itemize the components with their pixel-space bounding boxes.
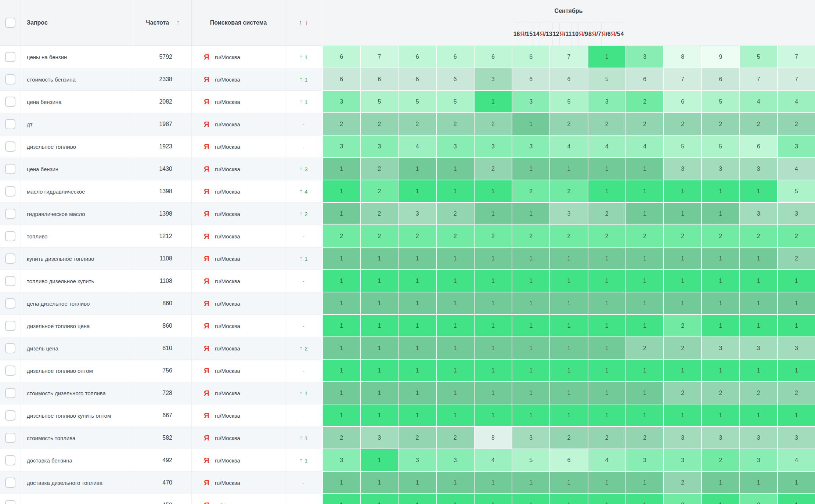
position-cell[interactable]: 1 <box>664 203 702 225</box>
position-cell[interactable]: 2 <box>323 427 361 449</box>
position-cell[interactable]: 6 <box>550 68 588 91</box>
position-cell[interactable]: 1 <box>437 180 475 203</box>
position-cell[interactable]: 1 <box>361 404 399 427</box>
position-cell[interactable]: 4 <box>778 158 815 180</box>
position-cell[interactable]: 3 <box>702 337 740 360</box>
position-cell[interactable]: 3 <box>512 136 550 158</box>
position-cell[interactable]: 4 <box>550 136 588 158</box>
query-cell[interactable]: гидравлическое масло <box>21 203 134 225</box>
position-cell[interactable]: 3 <box>437 136 475 158</box>
query-cell[interactable]: цена бензина <box>21 91 134 113</box>
position-cell[interactable]: 7 <box>778 46 815 68</box>
position-cell[interactable]: 3 <box>664 158 702 180</box>
position-cell[interactable]: 1 <box>361 270 399 292</box>
position-cell[interactable]: 1 <box>702 248 740 270</box>
position-cell[interactable]: 3 <box>702 158 740 180</box>
position-cell[interactable]: 3 <box>323 91 361 113</box>
position-cell[interactable]: 1 <box>626 472 664 494</box>
position-cell[interactable]: 5 <box>399 91 436 113</box>
position-cell[interactable]: 2 <box>550 225 588 248</box>
position-cell[interactable]: 3 <box>664 449 702 472</box>
position-cell[interactable]: 2 <box>437 427 475 449</box>
position-cell[interactable]: 3 <box>740 449 778 472</box>
position-cell[interactable]: 1 <box>512 270 550 292</box>
position-cell[interactable]: 1 <box>626 494 664 504</box>
position-cell[interactable]: 1 <box>437 158 475 180</box>
position-cell[interactable]: 1 <box>323 494 361 504</box>
position-cell[interactable]: 1 <box>626 248 664 270</box>
position-cell[interactable]: 1 <box>588 315 626 337</box>
position-cell[interactable]: 5 <box>588 68 626 91</box>
position-cell[interactable]: 1 <box>323 270 361 292</box>
position-cell[interactable]: 1 <box>740 270 778 292</box>
position-cell[interactable]: 2 <box>664 494 702 504</box>
position-cell[interactable]: 1 <box>512 248 550 270</box>
position-cell[interactable]: 2 <box>588 203 626 225</box>
position-cell[interactable]: 4 <box>588 136 626 158</box>
position-cell[interactable]: 1 <box>626 360 664 382</box>
position-cell[interactable]: 2 <box>740 382 778 404</box>
position-cell[interactable]: 1 <box>399 180 436 203</box>
position-cell[interactable]: 1 <box>361 494 399 504</box>
column-header-frequency[interactable]: Частота ↑ <box>134 0 192 46</box>
row-checkbox[interactable] <box>5 343 15 353</box>
query-cell[interactable]: дизель цена <box>21 337 134 360</box>
position-cell[interactable]: 2 <box>361 203 399 225</box>
position-cell[interactable]: 3 <box>588 91 626 113</box>
position-cell[interactable]: 1 <box>512 292 550 315</box>
position-cell[interactable]: 6 <box>323 68 361 91</box>
position-cell[interactable]: 2 <box>437 225 475 248</box>
position-cell[interactable]: 1 <box>702 292 740 315</box>
position-cell[interactable]: 1 <box>512 472 550 494</box>
position-cell[interactable]: 2 <box>588 225 626 248</box>
row-checkbox[interactable] <box>5 186 15 197</box>
position-cell[interactable]: 1 <box>702 270 740 292</box>
position-cell[interactable]: 1 <box>512 158 550 180</box>
position-cell[interactable]: 3 <box>702 427 740 449</box>
position-cell[interactable]: 7 <box>550 46 588 68</box>
position-cell[interactable]: 3 <box>740 158 778 180</box>
position-cell[interactable]: 2 <box>626 113 664 136</box>
position-cell[interactable]: 2 <box>778 248 815 270</box>
position-cell[interactable]: 1 <box>512 404 550 427</box>
position-cell[interactable]: 3 <box>512 91 550 113</box>
row-checkbox[interactable] <box>5 298 15 309</box>
query-cell[interactable]: дизельное топливо <box>21 136 134 158</box>
position-cell[interactable]: 2 <box>702 382 740 404</box>
position-cell[interactable]: 1 <box>323 180 361 203</box>
position-cell[interactable]: 1 <box>778 292 815 315</box>
query-cell[interactable]: стоимость бензина <box>21 68 134 91</box>
query-cell[interactable]: цена бензин <box>21 158 134 180</box>
position-cell[interactable]: 1 <box>588 292 626 315</box>
position-cell[interactable]: 1 <box>664 248 702 270</box>
position-cell[interactable]: 2 <box>702 225 740 248</box>
position-cell[interactable]: 2 <box>626 91 664 113</box>
position-cell[interactable]: 2 <box>740 113 778 136</box>
position-cell[interactable]: 1 <box>437 292 475 315</box>
position-cell[interactable]: 1 <box>475 91 512 113</box>
query-cell[interactable]: стоимость дизельного топлива <box>21 382 134 404</box>
position-cell[interactable]: 3 <box>361 427 399 449</box>
position-cell[interactable]: 2 <box>361 180 399 203</box>
position-cell[interactable]: 1 <box>512 203 550 225</box>
query-cell[interactable]: доставка дизельного топлива <box>21 472 134 494</box>
position-cell[interactable]: 1 <box>702 404 740 427</box>
position-cell[interactable]: 2 <box>323 225 361 248</box>
date-column-header[interactable]: 4 <box>620 22 624 46</box>
position-cell[interactable]: 1 <box>740 248 778 270</box>
position-cell[interactable]: 2 <box>664 472 702 494</box>
query-cell[interactable]: дизельное топливо купить оптом <box>21 404 134 427</box>
position-cell[interactable]: 1 <box>626 270 664 292</box>
position-cell[interactable]: 2 <box>475 113 512 136</box>
position-cell[interactable]: 2 <box>588 427 626 449</box>
position-cell[interactable]: 2 <box>399 225 436 248</box>
position-cell[interactable]: 1 <box>588 472 626 494</box>
query-cell[interactable]: дт <box>21 113 134 136</box>
position-cell[interactable]: 3 <box>475 136 512 158</box>
position-cell[interactable]: 1 <box>664 270 702 292</box>
query-cell[interactable]: стоимость топлива <box>21 427 134 449</box>
position-cell[interactable]: 1 <box>626 315 664 337</box>
position-cell[interactable]: 4 <box>475 449 512 472</box>
row-checkbox[interactable] <box>5 276 15 286</box>
position-cell[interactable]: 1 <box>588 248 626 270</box>
